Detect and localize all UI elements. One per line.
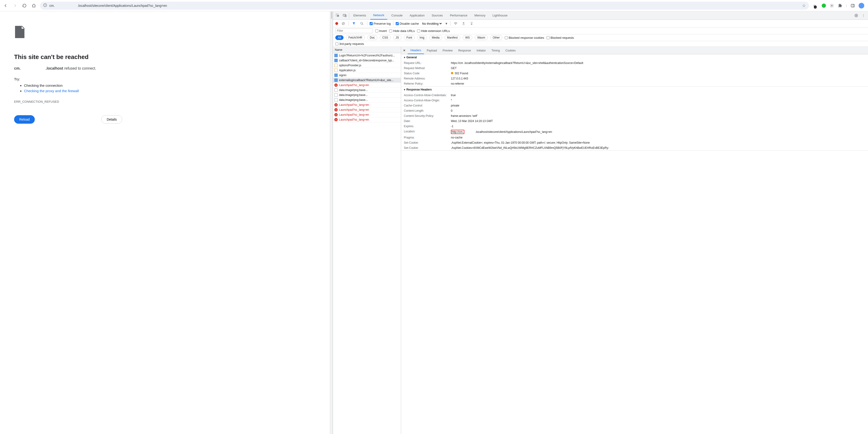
chip-media[interactable]: Media xyxy=(429,35,442,40)
network-conditions-icon[interactable] xyxy=(453,21,459,26)
throttling-select[interactable]: No throttling xyxy=(421,22,442,26)
panel-icon[interactable] xyxy=(850,3,855,8)
filter-icon[interactable] xyxy=(351,21,357,26)
home-button[interactable] xyxy=(31,2,37,9)
tab-lighthouse[interactable]: Lighthouse xyxy=(490,11,510,20)
network-row[interactable]: ✕Launchpad?sc_lang=en xyxy=(333,112,401,117)
chip-font[interactable]: Font xyxy=(404,35,415,40)
chip-other[interactable]: Other xyxy=(490,35,502,40)
blocked-cookies-checkbox[interactable]: Blocked response cookies xyxy=(505,36,544,39)
chip-manifest[interactable]: Manifest xyxy=(444,35,460,40)
network-row-label: Launchpad?sc_lang=en xyxy=(339,103,369,107)
other-file-icon xyxy=(334,88,338,92)
tab-elements[interactable]: Elements xyxy=(350,11,369,20)
devtools-settings-icon[interactable] xyxy=(854,13,859,18)
section-general[interactable]: General xyxy=(401,54,868,60)
network-row[interactable]: externallogincallback?ReturnUrl=&sc_site… xyxy=(333,78,401,83)
network-row-label: data:image/png;base... xyxy=(339,98,368,102)
chip-css[interactable]: CSS xyxy=(380,35,391,40)
network-row[interactable]: data:image/png;base... xyxy=(333,93,401,97)
details-button[interactable]: Details xyxy=(101,115,122,124)
reload-button[interactable] xyxy=(21,2,28,9)
chip-fetch[interactable]: Fetch/XHR xyxy=(346,35,365,40)
disable-cache-checkbox[interactable]: Disable cache xyxy=(396,22,419,25)
network-row[interactable]: data:image/png;base... xyxy=(333,97,401,103)
inspect-element-icon[interactable] xyxy=(335,13,340,18)
chip-all[interactable]: All xyxy=(335,35,344,40)
detail-tab-cookies[interactable]: Cookies xyxy=(503,47,518,54)
devtools-more-icon[interactable]: ⋮ xyxy=(861,13,866,18)
url-input[interactable] xyxy=(49,4,800,7)
svg-point-16 xyxy=(456,24,456,25)
search-icon[interactable] xyxy=(359,21,365,26)
back-button[interactable] xyxy=(2,2,9,9)
kv-date: Date:Wed, 13 Mar 2024 14:20:13 GMT xyxy=(401,118,868,124)
device-toggle-icon[interactable] xyxy=(342,13,347,18)
extension-green-icon[interactable] xyxy=(822,3,826,8)
hide-extension-urls-checkbox[interactable]: Hide extension URLs xyxy=(417,29,450,33)
tab-memory[interactable]: Memory xyxy=(472,11,488,20)
tab-console[interactable]: Console xyxy=(389,11,406,20)
invert-checkbox[interactable]: Invert xyxy=(375,29,387,33)
kv-request-url: Request URL:https://cm .localhost/identi… xyxy=(401,60,868,66)
error-title: This site can't be reached xyxy=(14,53,320,61)
tab-network[interactable]: Network xyxy=(370,11,387,20)
section-response-headers[interactable]: Response Headers xyxy=(401,87,868,93)
record-button[interactable] xyxy=(335,22,338,25)
detail-tab-preview[interactable]: Preview xyxy=(440,47,455,54)
detail-tab-initiator[interactable]: Initiator xyxy=(474,47,489,54)
tab-sources[interactable]: Sources xyxy=(429,11,446,20)
chip-doc[interactable]: Doc xyxy=(367,35,377,40)
network-row[interactable]: ✕Launchpad?sc_lang=en xyxy=(333,117,401,122)
kv-content-length: Content-Length:0 xyxy=(401,108,868,113)
network-filter-input[interactable] xyxy=(335,28,373,33)
network-row[interactable]: ✕Launchpad?sc_lang=en xyxy=(333,108,401,112)
chip-js[interactable]: JS xyxy=(393,35,402,40)
kv-acac: Access-Control-Allow-Credentials:true xyxy=(401,93,868,98)
kv-status-code: Status Code:302 Found xyxy=(401,71,868,76)
chip-wasm[interactable]: Wasm xyxy=(475,35,488,40)
network-row[interactable]: ✕Launchpad?sc_lang=en xyxy=(333,103,401,108)
network-row-label: Launchpad?sc_lang=en xyxy=(339,108,369,111)
suggestion-check-proxy[interactable]: Checking the proxy and the firewall xyxy=(24,89,320,93)
network-row[interactable]: signin xyxy=(333,73,401,78)
profile-avatar[interactable] xyxy=(859,3,864,8)
import-har-icon[interactable] xyxy=(461,21,466,26)
bookmark-star-icon[interactable]: ☆ xyxy=(802,3,806,8)
suggestion-check-connection: Checking the connection xyxy=(24,83,320,87)
chip-img[interactable]: Img xyxy=(417,35,427,40)
network-row[interactable]: callback?client_id=Sitecore&response_typ… xyxy=(333,58,401,63)
address-bar[interactable]: ☆ xyxy=(40,2,809,10)
blocked-requests-checkbox[interactable]: Blocked requests xyxy=(547,36,574,39)
devtools-resize-handle[interactable] xyxy=(330,11,333,434)
detail-tab-payload[interactable]: Payload xyxy=(424,47,440,54)
js-file-icon xyxy=(334,64,338,67)
network-row[interactable]: Application.js xyxy=(333,68,401,73)
tab-performance[interactable]: Performance xyxy=(447,11,470,20)
detail-tab-headers[interactable]: Headers xyxy=(408,47,424,54)
network-row[interactable]: optionsProvider.js xyxy=(333,63,401,68)
network-row[interactable]: ✕Launchpad?sc_lang=en xyxy=(333,83,401,88)
extension-icon[interactable]: 0 xyxy=(813,3,818,8)
clear-button[interactable] xyxy=(340,21,346,26)
detail-tab-response[interactable]: Response xyxy=(455,47,474,54)
error-host-line: cm. .localhost refused to connect. xyxy=(14,66,320,70)
settings-gear-icon[interactable] xyxy=(829,3,834,8)
third-party-checkbox[interactable]: 3rd-party requests xyxy=(335,42,364,46)
tab-application[interactable]: Application xyxy=(407,11,427,20)
forward-button[interactable] xyxy=(12,2,18,9)
svg-line-13 xyxy=(342,23,344,25)
close-detail-button[interactable]: ✕ xyxy=(401,49,408,52)
extensions-puzzle-icon[interactable] xyxy=(838,3,843,8)
network-row[interactable]: data:image/png;base... xyxy=(333,88,401,93)
hide-data-urls-checkbox[interactable]: Hide data URLs xyxy=(389,29,415,33)
svg-rect-5 xyxy=(851,4,855,7)
reload-page-button[interactable]: Reload xyxy=(14,115,35,124)
chip-ws[interactable]: WS xyxy=(463,35,472,40)
preserve-log-checkbox[interactable]: Preserve log xyxy=(370,22,391,25)
network-column-name[interactable]: Name xyxy=(333,47,401,53)
network-row[interactable]: Login?ReturnUrl=%2Fconnect%2Fauthoriz... xyxy=(333,53,401,58)
site-info-icon[interactable] xyxy=(43,3,47,8)
detail-tab-timing[interactable]: Timing xyxy=(489,47,503,54)
export-har-icon[interactable] xyxy=(469,21,474,26)
